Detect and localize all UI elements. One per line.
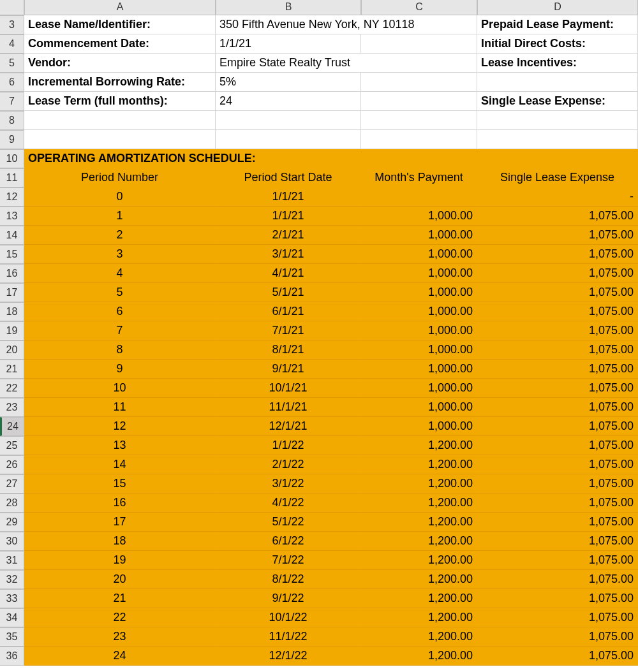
cell-D36[interactable]: 1,075.00 [477,646,638,666]
cell-D23[interactable]: 1,075.00 [477,398,638,417]
cell-B22[interactable]: 10/1/21 [216,379,361,398]
cell-B13[interactable]: 1/1/21 [216,207,361,226]
cell-B21[interactable]: 9/1/21 [216,360,361,379]
cell-A20[interactable]: 8 [24,340,216,360]
cell-A18[interactable]: 6 [24,302,216,321]
cell-B9[interactable] [216,130,361,149]
cell-C7[interactable] [361,92,477,111]
schedule-title[interactable]: OPERATING AMORTIZATION SCHEDULE: [24,149,638,168]
cell-D32[interactable]: 1,075.00 [477,570,638,589]
cell-D26[interactable]: 1,075.00 [477,455,638,474]
cell-A26[interactable]: 14 [24,455,216,474]
row-header-32[interactable]: 32 [0,570,24,589]
cell-D17[interactable]: 1,075.00 [477,283,638,302]
row-header-26[interactable]: 26 [0,455,24,474]
cell-C19[interactable]: 1,000.00 [361,321,477,340]
row-header-22[interactable]: 22 [0,379,24,398]
cell-A15[interactable]: 3 [24,245,216,264]
cell-D28[interactable]: 1,075.00 [477,493,638,513]
cell-C5[interactable] [361,54,477,73]
col-header-C[interactable]: C [361,0,477,15]
cell-B3[interactable]: 350 Fifth Avenue New York, NY 10118 [216,15,361,34]
row-header-15[interactable]: 15 [0,245,24,264]
cell-A35[interactable]: 23 [24,627,216,646]
cell-C36[interactable]: 1,200.00 [361,646,477,666]
cell-B27[interactable]: 3/1/22 [216,474,361,493]
row-header-35[interactable]: 35 [0,627,24,646]
row-header-31[interactable]: 31 [0,551,24,570]
cell-C29[interactable]: 1,200.00 [361,513,477,532]
row-header-13[interactable]: 13 [0,207,24,226]
cell-C14[interactable]: 1,000.00 [361,226,477,245]
sched-col-period[interactable]: Period Number [24,168,216,187]
cell-C6[interactable] [361,73,477,92]
cell-C23[interactable]: 1,000.00 [361,398,477,417]
cell-D20[interactable]: 1,075.00 [477,340,638,360]
cell-D31[interactable]: 1,075.00 [477,551,638,570]
cell-B23[interactable]: 11/1/21 [216,398,361,417]
cell-A13[interactable]: 1 [24,207,216,226]
cell-C3[interactable] [361,15,477,34]
cell-D14[interactable]: 1,075.00 [477,226,638,245]
cell-D6[interactable] [477,73,638,92]
cell-C22[interactable]: 1,000.00 [361,379,477,398]
cell-D24[interactable]: 1,075.00 [477,417,638,436]
cell-C12[interactable] [361,187,477,207]
cell-B6[interactable]: 5% [216,73,361,92]
cell-D12[interactable]: - [477,187,638,207]
row-header-11[interactable]: 11 [0,168,24,187]
cell-A19[interactable]: 7 [24,321,216,340]
cell-C16[interactable]: 1,000.00 [361,264,477,283]
row-header-24[interactable]: 24 [0,417,24,436]
row-header-4[interactable]: 4 [0,34,24,54]
row-header-8[interactable]: 8 [0,111,24,130]
cell-D19[interactable]: 1,075.00 [477,321,638,340]
cell-C26[interactable]: 1,200.00 [361,455,477,474]
cell-B20[interactable]: 8/1/21 [216,340,361,360]
cell-B18[interactable]: 6/1/21 [216,302,361,321]
row-header-7[interactable]: 7 [0,92,24,111]
cell-D5[interactable]: Lease Incentives: [477,54,638,73]
cell-C35[interactable]: 1,200.00 [361,627,477,646]
cell-D4[interactable]: Initial Direct Costs: [477,34,638,54]
row-header-19[interactable]: 19 [0,321,24,340]
cell-A29[interactable]: 17 [24,513,216,532]
cell-B26[interactable]: 2/1/22 [216,455,361,474]
cell-D8[interactable] [477,111,638,130]
cell-D7[interactable]: Single Lease Expense: [477,92,638,111]
cell-C30[interactable]: 1,200.00 [361,532,477,551]
cell-B5[interactable]: Empire State Realty Trust [216,54,361,73]
row-header-17[interactable]: 17 [0,283,24,302]
cell-A27[interactable]: 15 [24,474,216,493]
row-header-20[interactable]: 20 [0,340,24,360]
cell-B17[interactable]: 5/1/21 [216,283,361,302]
cell-A3[interactable]: Lease Name/Identifier: [24,15,216,34]
cell-B4[interactable]: 1/1/21 [216,34,361,54]
cell-C13[interactable]: 1,000.00 [361,207,477,226]
cell-A25[interactable]: 13 [24,436,216,455]
cell-B19[interactable]: 7/1/21 [216,321,361,340]
cell-A16[interactable]: 4 [24,264,216,283]
row-header-10[interactable]: 10 [0,149,24,168]
cell-B33[interactable]: 9/1/22 [216,589,361,608]
cell-C27[interactable]: 1,200.00 [361,474,477,493]
cell-D16[interactable]: 1,075.00 [477,264,638,283]
cell-B34[interactable]: 10/1/22 [216,608,361,627]
cell-C21[interactable]: 1,000.00 [361,360,477,379]
cell-B29[interactable]: 5/1/22 [216,513,361,532]
cell-D34[interactable]: 1,075.00 [477,608,638,627]
cell-C25[interactable]: 1,200.00 [361,436,477,455]
cell-A4[interactable]: Commencement Date: [24,34,216,54]
row-header-23[interactable]: 23 [0,398,24,417]
cell-C33[interactable]: 1,200.00 [361,589,477,608]
cell-A32[interactable]: 20 [24,570,216,589]
row-header-12[interactable]: 12 [0,187,24,207]
row-header-6[interactable]: 6 [0,73,24,92]
cell-A8[interactable] [24,111,216,130]
col-header-A[interactable]: A [24,0,216,15]
cell-D3[interactable]: Prepaid Lease Payment: [477,15,638,34]
cell-B32[interactable]: 8/1/22 [216,570,361,589]
cell-D21[interactable]: 1,075.00 [477,360,638,379]
cell-A7[interactable]: Lease Term (full months): [24,92,216,111]
cell-C9[interactable] [361,130,477,149]
